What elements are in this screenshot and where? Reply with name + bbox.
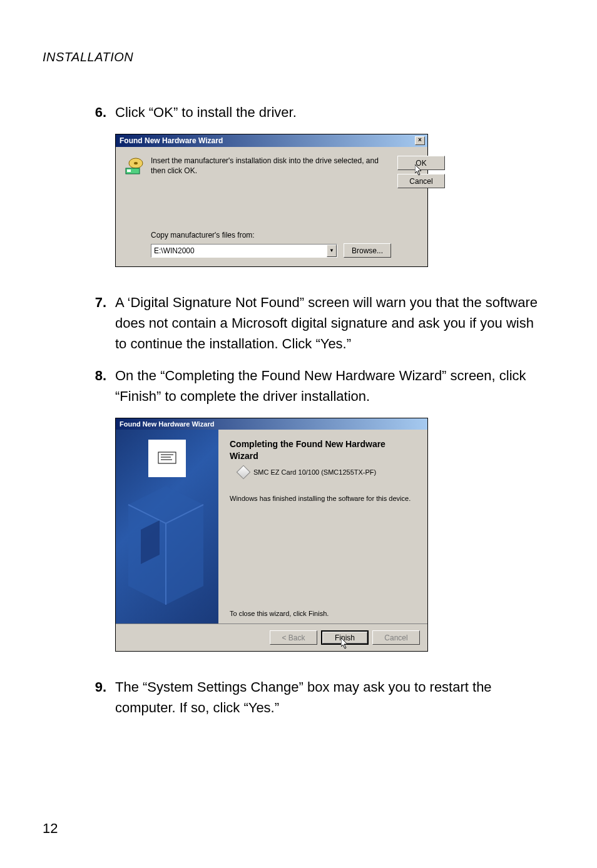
svg-point-1 [134,162,138,164]
dialog-titlebar: Found New Hardware Wizard [116,418,427,430]
cancel-button: Cancel [372,630,420,645]
close-button[interactable]: × [415,136,425,145]
dropdown-arrow-icon[interactable]: ▼ [327,245,337,257]
path-combobox[interactable]: ▼ [151,244,337,258]
step-9: 9. The “System Settings Change” box may … [43,677,554,718]
finished-message: Windows has finished installing the soft… [230,495,416,502]
page-number: 12 [43,820,58,837]
step-number: 6. [88,102,115,123]
dialog-instruction: Insert the manufacturer's installation d… [151,156,391,176]
svg-rect-3 [127,169,131,172]
install-disk-icon [123,157,145,176]
step-7: 7. A ‘Digital Signature Not Found” scree… [43,292,554,354]
dialog-titlebar: Found New Hardware Wizard × [116,134,427,147]
dialog-completing-wizard: Found New Hardware Wizard Completing the… [115,418,428,652]
device-name: SMC EZ Card 10/100 (SMC1255TX-PF) [253,468,376,476]
copy-from-label: Copy manufacturer's files from: [151,231,391,240]
wizard-side-graphic [116,430,218,623]
cursor-icon [341,638,351,650]
wizard-heading: Completing the Found New Hardware Wizard [230,438,416,462]
step-6: 6. Click “OK” to install the driver. [43,102,554,123]
page-header: INSTALLATION [43,50,554,64]
wizard-background-shape [116,430,218,623]
step-text: On the “Completing the Found New Hardwar… [115,365,554,406]
cursor-icon [415,164,425,177]
step-number: 9. [88,677,115,718]
dialog-title: Found New Hardware Wizard [120,136,415,145]
step-number: 8. [88,365,115,406]
step-text: The “System Settings Change” box may ask… [115,677,554,718]
dialog-insert-disk: Found New Hardware Wizard × Insert the m… [115,134,428,267]
browse-button[interactable]: Browse... [344,243,391,258]
close-hint: To close this wizard, click Finish. [230,547,416,617]
network-card-icon [237,465,251,480]
step-8: 8. On the “Completing the Found New Hard… [43,365,554,406]
path-input[interactable] [151,245,327,257]
back-button: < Back [270,630,317,645]
step-text: A ‘Digital Signature Not Found” screen w… [115,292,554,354]
step-text: Click “OK” to install the driver. [115,102,554,123]
step-number: 7. [88,292,115,354]
